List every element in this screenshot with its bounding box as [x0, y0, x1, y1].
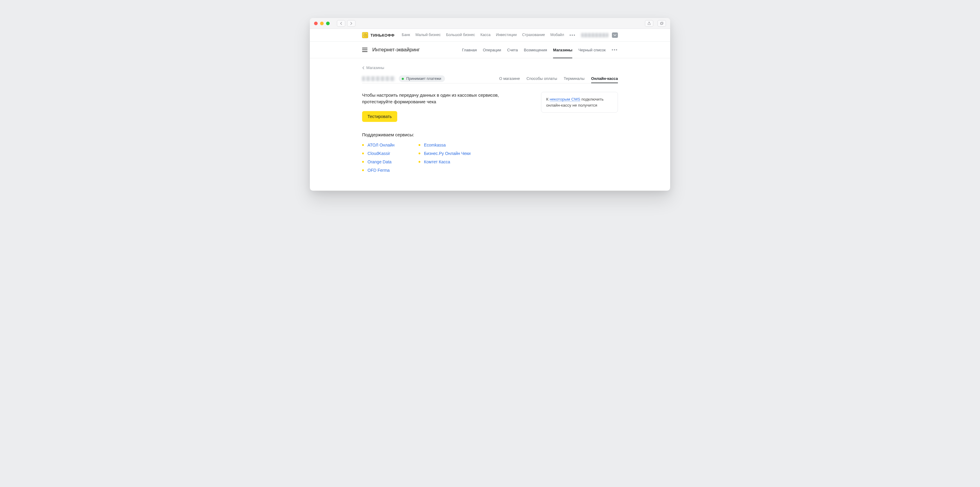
list-item: АТОЛ Онлайн — [362, 143, 395, 147]
browser-window: ТИНЬКОФФ Банк Малый бизнес Большой бизне… — [310, 18, 670, 191]
section-title: Интернет-эквайринг — [372, 47, 420, 53]
close-window-icon[interactable] — [314, 22, 318, 25]
intro-text: Чтобы настроить передачу данных в один и… — [362, 92, 529, 105]
user-name-redacted[interactable] — [581, 33, 608, 37]
share-button[interactable] — [645, 20, 653, 27]
store-tab-online-kassa[interactable]: Онлайн-касса — [591, 76, 618, 83]
service-link[interactable]: Комтет Касса — [424, 159, 450, 164]
global-nav-more[interactable]: ••• — [570, 33, 576, 38]
service-link[interactable]: Orange Data — [368, 159, 391, 164]
chevron-left-icon — [362, 66, 364, 69]
brand-name: ТИНЬКОФФ — [371, 33, 395, 38]
bullet-icon — [418, 144, 420, 146]
store-header: Принимает платежи О магазине Способы опл… — [362, 74, 618, 83]
menu-button[interactable] — [362, 48, 368, 52]
service-link[interactable]: CloudKassir — [368, 151, 390, 156]
list-item: Бизнес.Ру Онлайн Чеки — [418, 151, 471, 156]
nav-buttons — [337, 20, 355, 27]
brand-logo-icon — [362, 32, 368, 38]
service-link[interactable]: Ecomkassa — [424, 143, 445, 147]
tabs-button[interactable] — [657, 20, 666, 27]
section-nav: Интернет-эквайринг Главная Операции Счет… — [310, 42, 670, 58]
status-badge: Принимает платежи — [399, 75, 445, 82]
bullet-icon — [362, 153, 364, 154]
global-nav-item[interactable]: Малый бизнес — [415, 33, 441, 38]
share-icon — [648, 22, 651, 25]
tab-stores[interactable]: Магазины — [553, 42, 572, 58]
breadcrumb-label: Магазины — [366, 65, 384, 70]
global-nav: ТИНЬКОФФ Банк Малый бизнес Большой бизне… — [310, 29, 670, 42]
section-tabs-more[interactable]: ••• — [612, 48, 618, 52]
minimize-window-icon[interactable] — [320, 22, 324, 25]
tab-main[interactable]: Главная — [462, 42, 477, 58]
service-link[interactable]: OFD Ferma — [368, 168, 390, 173]
store-name-redacted — [362, 76, 395, 81]
tab-blacklist[interactable]: Черный список — [578, 42, 606, 58]
tab-refunds[interactable]: Возмещения — [524, 42, 547, 58]
list-item: Ecomkassa — [418, 143, 471, 147]
services-list-left: АТОЛ Онлайн CloudKassir Orange Data OFD … — [362, 143, 395, 173]
services-columns: АТОЛ Онлайн CloudKassir Orange Data OFD … — [362, 143, 529, 173]
info-link[interactable]: некоторым CMS — [550, 97, 581, 102]
maximize-window-icon[interactable] — [326, 22, 330, 25]
store-tab-about[interactable]: О магазине — [499, 76, 520, 83]
bullet-icon — [362, 161, 364, 163]
list-item: OFD Ferma — [362, 168, 395, 173]
store-tab-terminals[interactable]: Терминалы — [564, 76, 585, 83]
list-item: Комтет Касса — [418, 159, 471, 164]
tab-accounts[interactable]: Счета — [507, 42, 518, 58]
status-label: Принимает платежи — [406, 76, 441, 81]
back-button[interactable] — [337, 20, 345, 27]
global-nav-item[interactable]: Касса — [480, 33, 491, 38]
breadcrumb[interactable]: Магазины — [362, 65, 618, 70]
info-box: К некоторым CMS подключить онлайн-кассу … — [541, 92, 618, 113]
store-tab-payment-methods[interactable]: Способы оплаты — [527, 76, 557, 83]
store-tabs: О магазине Способы оплаты Терминалы Онла… — [499, 74, 618, 83]
services-list-right: Ecomkassa Бизнес.Ру Онлайн Чеки Комтет К… — [418, 143, 471, 173]
window-controls — [314, 22, 330, 25]
test-button[interactable]: Тестировать — [362, 111, 397, 122]
global-nav-item[interactable]: Мобайл — [550, 33, 564, 38]
chevron-left-icon — [340, 22, 342, 25]
chevron-down-icon — [613, 34, 616, 36]
global-nav-item[interactable]: Большой бизнес — [446, 33, 475, 38]
service-link[interactable]: Бизнес.Ру Онлайн Чеки — [424, 151, 471, 156]
expand-button[interactable] — [612, 32, 618, 38]
page: ТИНЬКОФФ Банк Малый бизнес Большой бизне… — [310, 29, 670, 191]
bullet-icon — [362, 169, 364, 171]
global-nav-links: Банк Малый бизнес Большой бизнес Касса И… — [402, 33, 576, 38]
section-tabs: Главная Операции Счета Возмещения Магази… — [462, 42, 618, 58]
mac-titlebar — [310, 18, 670, 29]
status-dot-icon — [402, 78, 404, 80]
main-column: Чтобы настроить передачу данных в один и… — [362, 92, 529, 173]
tabs-icon — [660, 22, 663, 25]
tab-operations[interactable]: Операции — [483, 42, 501, 58]
services-header: Поддерживаем сервисы: — [362, 132, 529, 137]
forward-button[interactable] — [347, 20, 355, 27]
content: Магазины Принимает платежи О магазине Сп… — [362, 58, 618, 191]
bullet-icon — [418, 161, 420, 163]
bullet-icon — [418, 153, 420, 154]
chevron-right-icon — [350, 22, 353, 25]
info-text-pre: К — [546, 97, 550, 102]
bullet-icon — [362, 144, 364, 146]
global-nav-item[interactable]: Инвестиции — [496, 33, 517, 38]
brand[interactable]: ТИНЬКОФФ — [362, 32, 395, 38]
global-nav-item[interactable]: Банк — [402, 33, 410, 38]
list-item: Orange Data — [362, 159, 395, 164]
service-link[interactable]: АТОЛ Онлайн — [368, 143, 395, 147]
global-nav-item[interactable]: Страхование — [522, 33, 545, 38]
list-item: CloudKassir — [362, 151, 395, 156]
